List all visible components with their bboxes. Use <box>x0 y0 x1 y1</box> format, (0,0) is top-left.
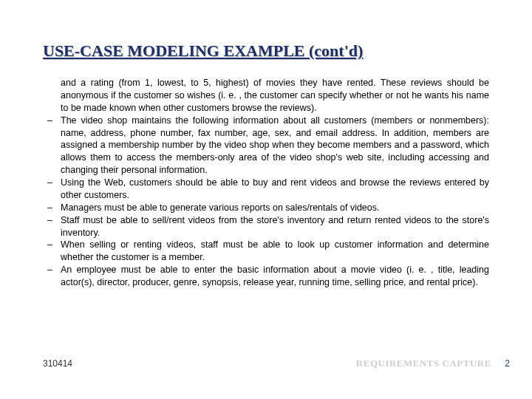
list-item: –An employee must be able to enter the b… <box>43 264 489 289</box>
page-number: 2 <box>505 358 510 369</box>
list-item: –The video shop maintains the following … <box>43 115 489 177</box>
dash-icon: – <box>47 177 52 189</box>
dash-icon: – <box>47 239 52 251</box>
dash-icon: – <box>47 115 52 127</box>
dash-icon: – <box>47 214 52 227</box>
bullet-text: Managers must be able to generate variou… <box>61 202 380 213</box>
slide: USE-CASE MODELING EXAMPLE (cont'd) and a… <box>0 0 532 399</box>
bullet-text: Staff must be able to sell/rent videos f… <box>61 215 489 238</box>
bullet-text: The video shop maintains the following i… <box>61 115 489 176</box>
bullet-list: –The video shop maintains the following … <box>43 115 489 289</box>
bullet-text: When selling or renting videos, staff mu… <box>61 239 489 262</box>
slide-footer: 310414 REQUIREMENTS CAPTURE 2 <box>43 356 510 369</box>
list-item: –When selling or renting videos, staff m… <box>43 239 489 264</box>
slide-content: and a rating (from 1, lowest, to 5, high… <box>43 77 489 289</box>
list-item: –Using the Web, customers should be able… <box>43 177 489 202</box>
footer-date: 310414 <box>43 358 72 369</box>
list-item: –Staff must be able to sell/rent videos … <box>43 214 489 239</box>
slide-title: USE-CASE MODELING EXAMPLE (cont'd) <box>43 41 489 61</box>
dash-icon: – <box>47 264 52 276</box>
bullet-text: Using the Web, customers should be able … <box>61 177 489 200</box>
intro-paragraph: and a rating (from 1, lowest, to 5, high… <box>43 77 489 115</box>
footer-section-label: REQUIREMENTS CAPTURE <box>356 358 491 369</box>
bullet-text: An employee must be able to enter the ba… <box>61 265 489 287</box>
list-item: –Managers must be able to generate vario… <box>43 202 489 214</box>
dash-icon: – <box>47 202 52 214</box>
